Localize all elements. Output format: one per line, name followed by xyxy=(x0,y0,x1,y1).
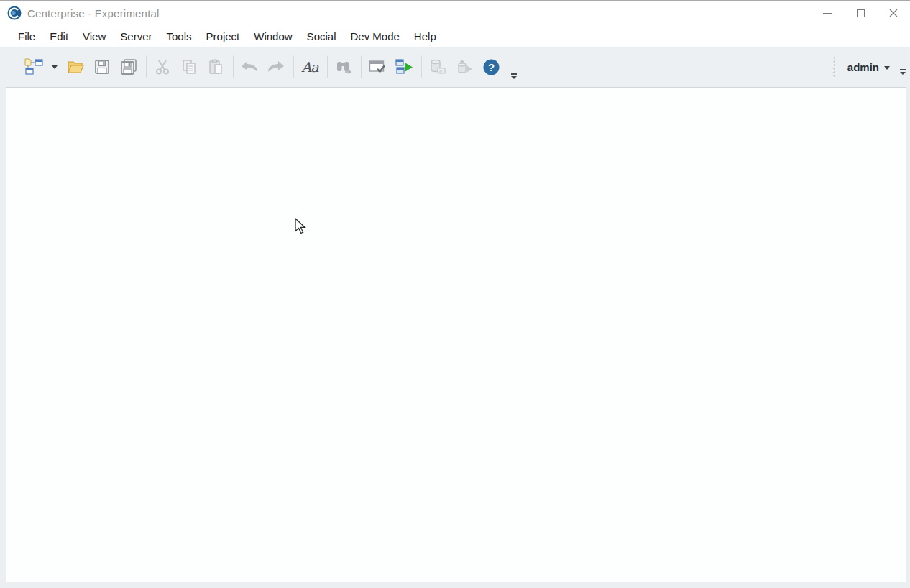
run-button[interactable] xyxy=(393,56,415,78)
new-flow-document-icon xyxy=(24,58,43,75)
verify-button[interactable] xyxy=(367,56,388,78)
toolbar-separator xyxy=(233,56,234,78)
save-icon xyxy=(94,59,110,75)
chevron-down-icon xyxy=(511,76,517,79)
workspace-background xyxy=(0,87,910,588)
maximize-icon xyxy=(857,9,865,17)
chevron-down-icon xyxy=(52,65,58,69)
window-controls xyxy=(811,1,910,25)
toolbar-separator xyxy=(293,56,294,78)
database-source-button[interactable] xyxy=(427,56,449,78)
menu-label-key: E xyxy=(50,30,57,42)
menu-item-window[interactable]: Window xyxy=(247,28,299,45)
maximize-button[interactable] xyxy=(844,1,877,25)
menu-label-post: indow xyxy=(264,30,292,42)
help-icon: ? xyxy=(483,59,500,75)
binoculars-icon xyxy=(335,59,352,75)
menu-label-post: iew xyxy=(90,30,106,42)
window-title: Centerprise - Experimental xyxy=(27,7,160,19)
toolbar-separator xyxy=(421,56,422,78)
copy-icon xyxy=(181,59,197,75)
menu-item-help[interactable]: Help xyxy=(407,28,443,45)
run-icon xyxy=(395,59,413,75)
font-settings-button[interactable]: Aa xyxy=(299,56,321,78)
menu-item-file[interactable]: File xyxy=(11,28,42,45)
menu-label-post: erver xyxy=(127,30,152,42)
undo-icon xyxy=(240,60,259,73)
toolbar: Aa xyxy=(0,47,910,87)
cut-icon xyxy=(155,59,170,75)
menu-label-post: roject xyxy=(213,30,240,42)
menu-item-devmode[interactable]: Dev Mode xyxy=(343,28,406,45)
menu-label-key: T xyxy=(167,30,173,42)
menu-item-project[interactable]: Project xyxy=(199,28,247,45)
svg-text:?: ? xyxy=(487,60,494,73)
menu-label-key: P xyxy=(206,30,213,42)
toolbar-separator xyxy=(146,56,147,78)
menu-label-pre: Dev Mode xyxy=(350,30,399,42)
menu-label-key: H xyxy=(414,30,422,42)
paste-icon xyxy=(208,59,224,75)
menu-item-server[interactable]: Server xyxy=(113,28,159,45)
help-button[interactable]: ? xyxy=(480,56,502,78)
toolbar-grip-handle[interactable] xyxy=(832,55,836,78)
database-icon xyxy=(429,59,446,75)
save-all-button[interactable] xyxy=(118,56,139,78)
menu-label-post: ools xyxy=(172,30,192,42)
find-button[interactable] xyxy=(333,56,354,78)
menu-item-view[interactable]: View xyxy=(75,28,113,45)
undo-button[interactable] xyxy=(239,56,260,78)
toolbar-overflow-button-right[interactable] xyxy=(900,69,906,75)
overflow-bar-icon xyxy=(900,69,906,70)
cut-button[interactable] xyxy=(152,56,173,78)
copy-button[interactable] xyxy=(178,56,200,78)
menu-label-key: V xyxy=(83,30,90,42)
open-folder-icon xyxy=(67,60,84,74)
paste-button[interactable] xyxy=(205,56,226,78)
open-button[interactable] xyxy=(65,56,86,78)
menu-label-key: S xyxy=(307,30,314,42)
menu-label-key: W xyxy=(254,30,264,42)
toolbar-right-group: admin xyxy=(832,55,906,78)
font-icon: Aa xyxy=(301,59,318,75)
save-all-icon xyxy=(120,59,137,75)
menu-item-social[interactable]: Social xyxy=(300,28,344,45)
redo-button[interactable] xyxy=(265,56,287,78)
user-menu-label: admin xyxy=(847,61,879,73)
new-flow-document-button[interactable] xyxy=(23,56,45,78)
toolbar-separator xyxy=(327,56,328,78)
menubar: File Edit View Server Tools Project Wind… xyxy=(0,25,910,47)
minimize-icon xyxy=(823,13,832,14)
overflow-bar-icon xyxy=(511,73,517,75)
menu-label-post: dit xyxy=(57,30,68,42)
toolbar-separator xyxy=(361,56,362,78)
menu-label-key: F xyxy=(18,30,24,42)
design-canvas xyxy=(6,87,906,582)
menu-label-post: ile xyxy=(24,30,35,42)
save-button[interactable] xyxy=(91,56,113,78)
deploy-job-icon xyxy=(456,59,473,75)
app-window: Centerprise - Experimental File Edit Vie… xyxy=(0,0,910,588)
menu-label-post: ocial xyxy=(314,30,336,42)
titlebar: Centerprise - Experimental xyxy=(0,1,910,25)
close-button[interactable] xyxy=(877,1,910,25)
close-icon xyxy=(889,9,898,17)
verify-window-icon xyxy=(369,60,386,75)
redo-icon xyxy=(267,60,285,73)
new-flow-dropdown-button[interactable] xyxy=(50,56,60,78)
minimize-button[interactable] xyxy=(811,1,844,25)
deploy-job-button[interactable] xyxy=(454,56,475,78)
chevron-down-icon xyxy=(900,72,906,75)
app-logo-icon xyxy=(7,6,22,20)
toolbar-overflow-button[interactable] xyxy=(511,73,517,79)
menu-label-key: S xyxy=(120,30,127,42)
menu-label-post: elp xyxy=(422,30,436,42)
mouse-cursor xyxy=(294,218,308,234)
user-menu-dropdown[interactable] xyxy=(884,66,890,70)
menu-item-edit[interactable]: Edit xyxy=(42,28,75,45)
menu-item-tools[interactable]: Tools xyxy=(160,28,199,45)
